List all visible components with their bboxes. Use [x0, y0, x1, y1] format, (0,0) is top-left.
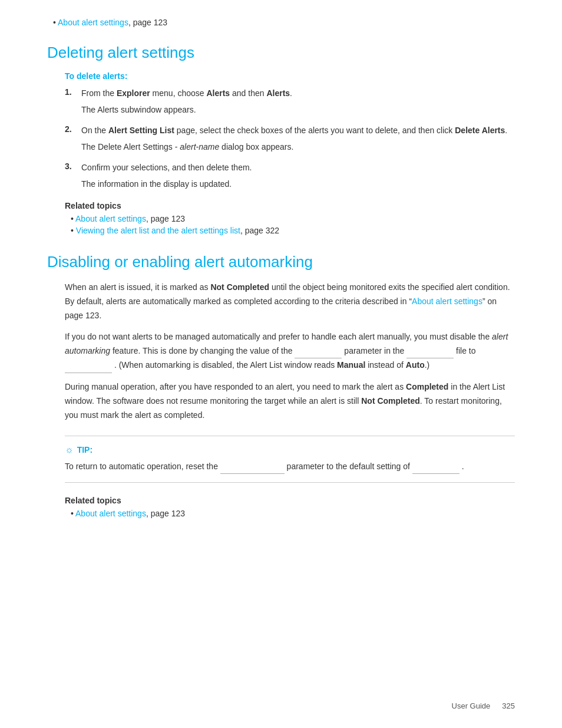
section2-related-list: About alert settings, page 123: [65, 509, 515, 518]
section2-about-alert-link-para1[interactable]: About alert settings: [412, 297, 482, 306]
section-disabling-automarking: Disabling or enabling alert automarking …: [47, 253, 515, 518]
step-2-content: On the Alert Setting List page, select t…: [81, 124, 515, 154]
step-1-content: From the Explorer menu, choose Alerts an…: [81, 87, 515, 117]
section1-related-item-1: About alert settings, page 123: [71, 214, 515, 223]
section1-related-item-2: Viewing the alert list and the alert set…: [71, 226, 515, 235]
step-3: 3. Confirm your selections, and then del…: [65, 161, 515, 191]
step-1-subnote: The Alerts subwindow appears.: [81, 103, 515, 116]
section2-related-label: Related topics: [65, 496, 515, 505]
section1-title: Deleting alert settings: [47, 44, 515, 62]
section2-title: Disabling or enabling alert automarking: [47, 253, 515, 271]
tip-label: TIP:: [77, 445, 92, 454]
step-2-subnote: The Delete Alert Settings - alert-name d…: [81, 140, 515, 153]
footer-page-number: 325: [502, 701, 515, 710]
step-1-num: 1.: [65, 87, 81, 97]
value-blank-2: [412, 460, 459, 475]
tip-body: To return to automatic operation, reset …: [65, 460, 515, 475]
section1-related-label: Related topics: [65, 201, 515, 210]
section1-about-alert-link[interactable]: About alert settings: [75, 214, 146, 223]
section-deleting-alert-settings: Deleting alert settings To delete alerts…: [47, 44, 515, 235]
section1-viewing-link[interactable]: Viewing the alert list and the alert set…: [76, 226, 240, 235]
value-blank-1: [65, 358, 112, 373]
step-3-text: Confirm your selections, and then delete…: [81, 163, 252, 172]
step-2: 2. On the Alert Setting List page, selec…: [65, 124, 515, 154]
step-1: 1. From the Explorer menu, choose Alerts…: [65, 87, 515, 117]
section1-page-ref-2: , page 322: [240, 226, 279, 235]
step-1-text: From the Explorer menu, choose Alerts an…: [81, 88, 292, 98]
section1-related-list: About alert settings, page 123 Viewing t…: [65, 214, 515, 235]
section1-subtitle: To delete alerts:: [65, 71, 515, 81]
tip-header: ☼ TIP:: [65, 444, 515, 455]
section2-related-item-1: About alert settings, page 123: [71, 509, 515, 518]
top-bullet-section: About alert settings, page 123: [47, 18, 515, 27]
section2-para1: When an alert is issued, it is marked as…: [65, 281, 515, 322]
top-about-alert-settings-link[interactable]: About alert settings: [58, 18, 128, 27]
file-blank-1: [406, 344, 454, 359]
tip-icon: ☼: [65, 444, 74, 455]
tip-box: ☼ TIP: To return to automatic operation,…: [65, 436, 515, 483]
param-blank-2: [220, 460, 285, 475]
step-3-num: 3.: [65, 161, 81, 171]
step-2-text: On the Alert Setting List page, select t…: [81, 126, 507, 135]
section2-about-alert-link[interactable]: About alert settings: [75, 509, 146, 518]
section2-body: When an alert is issued, it is marked as…: [47, 281, 515, 518]
section1-body: To delete alerts: 1. From the Explorer m…: [47, 71, 515, 235]
step-3-subnote: The information in the display is update…: [81, 177, 515, 190]
section2-page-ref-1: , page 123: [146, 509, 185, 518]
section2-para3: During manual operation, after you have …: [65, 380, 515, 422]
footer-label: User Guide: [452, 701, 491, 710]
step-2-num: 2.: [65, 124, 81, 134]
top-page-ref: , page 123: [128, 18, 167, 27]
step-3-content: Confirm your selections, and then delete…: [81, 161, 515, 191]
param-blank-1: [295, 344, 342, 359]
section1-page-ref-1: , page 123: [146, 214, 185, 223]
section1-steps: 1. From the Explorer menu, choose Alerts…: [65, 87, 515, 190]
section2-para2: If you do not want alerts to be managed …: [65, 330, 515, 373]
page-footer: User Guide 325: [452, 701, 515, 710]
